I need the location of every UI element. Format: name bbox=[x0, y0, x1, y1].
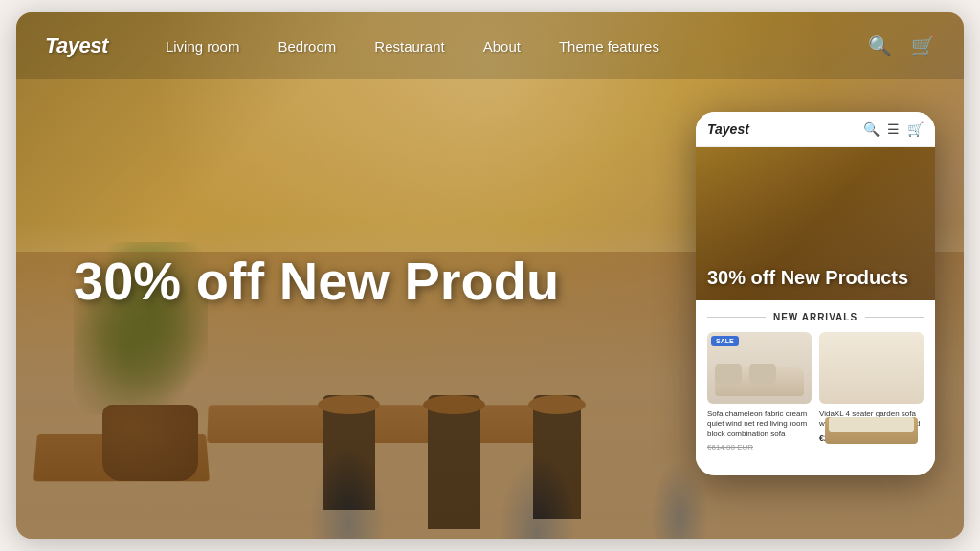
mobile-preview-card: Tayest 🔍 ☰ 🛒 30% off New Products NEW AR… bbox=[696, 112, 935, 475]
product-image-1: Sale bbox=[707, 332, 812, 404]
mobile-hero-title: 30% off New Products bbox=[707, 266, 908, 289]
mobile-brand-logo: Tayest bbox=[707, 121, 863, 137]
nav-link-restaurant[interactable]: Restaurant bbox=[374, 38, 444, 55]
product-card-1[interactable]: Sale Sofa chameleon fabric cream quiet w… bbox=[707, 332, 812, 452]
product-card-2[interactable]: VidaXL 4 seater garden sofa with cushion… bbox=[819, 332, 924, 452]
bag-icon[interactable]: 🛒 bbox=[911, 34, 935, 57]
mobile-search-icon[interactable]: 🔍 bbox=[863, 121, 880, 137]
table-center bbox=[207, 405, 544, 443]
stool-1 bbox=[323, 395, 375, 510]
nav-icons: 🔍 🛒 bbox=[868, 34, 935, 57]
mobile-bag-icon[interactable]: 🛒 bbox=[907, 121, 924, 137]
search-icon[interactable]: 🔍 bbox=[868, 34, 892, 57]
hero-title: 30% off New Produ bbox=[74, 252, 559, 311]
mobile-header: Tayest 🔍 ☰ 🛒 bbox=[696, 112, 935, 147]
new-arrivals-header: NEW ARRIVALS bbox=[707, 312, 924, 322]
brand-logo[interactable]: Tayest bbox=[45, 33, 108, 58]
stool-2 bbox=[428, 395, 480, 529]
mobile-body: NEW ARRIVALS Sale Sofa chameleon fabric … bbox=[696, 300, 935, 463]
table-left bbox=[33, 434, 210, 481]
divider-left bbox=[707, 317, 766, 318]
nav-link-about[interactable]: About bbox=[483, 38, 521, 55]
mobile-nav-icons: 🔍 ☰ 🛒 bbox=[863, 121, 924, 137]
sale-badge-1: Sale bbox=[711, 336, 739, 346]
hero-text: 30% off New Produ bbox=[74, 252, 559, 311]
nav-link-bedroom[interactable]: Bedroom bbox=[278, 38, 336, 55]
page-wrapper: Tayest Living room Bedroom Restaurant Ab… bbox=[16, 12, 964, 539]
divider-right bbox=[865, 317, 924, 318]
product-price-old-1: €614.00 EUR bbox=[707, 443, 812, 452]
plant-pot bbox=[102, 405, 198, 481]
product-image-2 bbox=[819, 332, 924, 404]
navbar: Tayest Living room Bedroom Restaurant Ab… bbox=[16, 12, 964, 79]
mobile-hero-section: 30% off New Products bbox=[696, 147, 935, 300]
new-arrivals-title: NEW ARRIVALS bbox=[773, 312, 858, 322]
nav-links: Living room Bedroom Restaurant About The… bbox=[166, 38, 868, 55]
products-row: Sale Sofa chameleon fabric cream quiet w… bbox=[707, 332, 924, 452]
stool-3 bbox=[533, 395, 581, 519]
nav-link-living-room[interactable]: Living room bbox=[166, 38, 240, 55]
nav-link-theme-features[interactable]: Theme features bbox=[559, 38, 659, 55]
mobile-menu-icon[interactable]: ☰ bbox=[887, 121, 900, 137]
product-name-1: Sofa chameleon fabric cream quiet wind n… bbox=[707, 409, 812, 439]
